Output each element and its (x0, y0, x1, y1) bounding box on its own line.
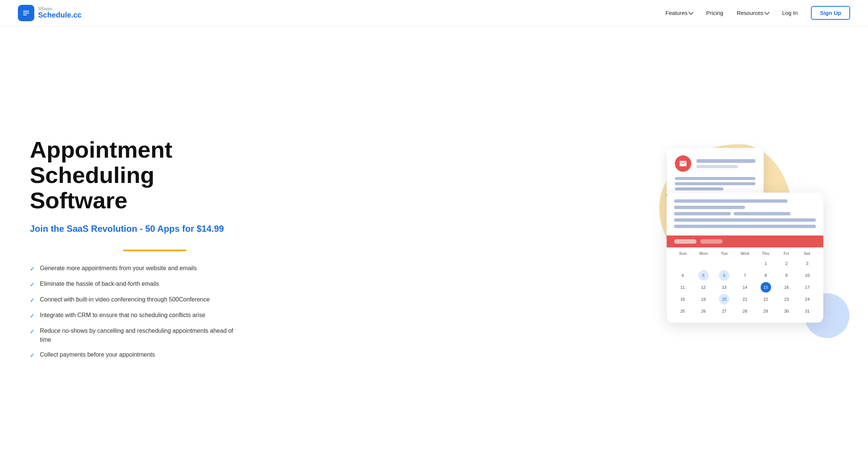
logo-name-label: Schedule.cc (38, 11, 82, 19)
calendar-top-lines (667, 193, 823, 236)
calendar-day: 7 (740, 270, 750, 281)
calendar-day: 29 (761, 306, 771, 316)
svg-rect-1 (23, 11, 29, 12)
list-item: ✓ Collect payments before your appointme… (30, 350, 246, 360)
calendar-day: 11 (677, 282, 688, 293)
calendar-day: 6 (719, 270, 729, 281)
calendar-day: 15 (761, 282, 771, 293)
calendar-day (740, 258, 750, 269)
logo-text: 500apps Schedule.cc (38, 7, 82, 19)
nav-pricing[interactable]: Pricing (706, 10, 723, 16)
cal-header-pill (700, 239, 723, 244)
nav-resources[interactable]: Resources (737, 10, 769, 16)
email-body-line (675, 187, 723, 190)
calendar-day: 26 (698, 306, 709, 316)
calendar-day (698, 258, 709, 269)
calendar-day: 28 (740, 306, 750, 316)
calendar-day (719, 258, 729, 269)
list-item: ✓ Connect with built-in video conferenci… (30, 295, 246, 305)
calendar-day: 20 (719, 294, 729, 304)
check-icon: ✓ (30, 312, 35, 320)
features-chevron-icon (688, 10, 694, 15)
check-icon: ✓ (30, 296, 35, 305)
email-icon (675, 155, 691, 172)
check-icon: ✓ (30, 265, 35, 274)
calendar-day: 24 (802, 294, 812, 304)
calendar-days-header: Sun Mon Tue Wed Thu Fri Sat (673, 247, 817, 258)
calendar-day: 27 (719, 306, 729, 316)
calendar-body: Sun Mon Tue Wed Thu Fri Sat 123456789101… (667, 247, 823, 323)
calendar-day: 14 (740, 282, 750, 293)
cal-line (734, 212, 790, 215)
resources-chevron-icon (764, 10, 770, 15)
email-body-line (675, 177, 755, 180)
list-item: ✓ Generate more appointments from your w… (30, 264, 246, 274)
calendar-day: 25 (677, 306, 688, 316)
nav-login[interactable]: Log In (782, 10, 798, 16)
check-icon: ✓ (30, 351, 35, 360)
calendar-day: 3 (802, 258, 812, 269)
logo-500apps-label: 500apps (38, 7, 82, 11)
calendar-day: 30 (781, 306, 792, 316)
subtitle-underline (123, 250, 186, 251)
email-body (675, 177, 755, 190)
cal-line (674, 225, 816, 228)
calendar-card: Sun Mon Tue Wed Thu Fri Sat 123456789101… (667, 193, 823, 323)
calendar-day: 16 (781, 282, 792, 293)
calendar-day: 13 (719, 282, 729, 293)
cal-line (674, 212, 731, 215)
email-text-lines (696, 159, 755, 168)
nav-signup[interactable]: Sign Up (811, 6, 850, 20)
cal-line-row (674, 225, 816, 228)
features-list: ✓ Generate more appointments from your w… (30, 264, 246, 360)
list-item: ✓ Reduce no-shows by cancelling and resc… (30, 326, 246, 344)
calendar-day: 4 (677, 270, 688, 281)
nav-links: Features Pricing Resources Log In Sign U… (666, 6, 850, 20)
email-body-line (675, 182, 755, 185)
email-line (696, 165, 738, 168)
nav-features[interactable]: Features (666, 10, 693, 16)
calendar-day: 31 (802, 306, 812, 316)
calendar-day: 1 (761, 258, 771, 269)
cal-line-row (674, 212, 816, 215)
navbar: 500apps Schedule.cc Features Pricing Res… (0, 0, 868, 26)
email-card-header (675, 155, 755, 172)
check-icon: ✓ (30, 327, 35, 336)
calendar-header-bar (667, 236, 823, 247)
cal-line (674, 218, 816, 222)
hero-illustration: Sun Mon Tue Wed Thu Fri Sat 123456789101… (246, 137, 838, 360)
cal-header-pill (674, 239, 696, 244)
calendar-day: 10 (802, 270, 812, 281)
calendar-day: 22 (761, 294, 771, 304)
calendar-grid: 1234567891011121314151617161920212223242… (673, 258, 817, 317)
svg-rect-2 (23, 13, 29, 13)
calendar-day: 8 (761, 270, 771, 281)
calendar-day: 21 (740, 294, 750, 304)
hero-section: Appointment Scheduling Software Join the… (0, 26, 868, 471)
calendar-day: 2 (781, 258, 792, 269)
calendar-day: 19 (698, 294, 709, 304)
cal-line (674, 206, 745, 209)
hero-subtitle: Join the SaaS Revolution - 50 Apps for $… (30, 224, 224, 234)
cal-line (674, 199, 787, 203)
calendar-day: 12 (698, 282, 709, 293)
calendar-day: 23 (781, 294, 792, 304)
cal-line-row (674, 218, 816, 222)
calendar-day: 16 (677, 294, 688, 304)
logo[interactable]: 500apps Schedule.cc (18, 5, 82, 21)
email-line (696, 159, 755, 163)
calendar-day: 5 (698, 270, 709, 281)
hero-title: Appointment Scheduling Software (30, 137, 246, 214)
list-item: ✓ Integrate with CRM to ensure that no s… (30, 311, 246, 320)
calendar-day (677, 258, 688, 269)
calendar-day: 17 (802, 282, 812, 293)
check-icon: ✓ (30, 280, 35, 289)
calendar-day: 9 (781, 270, 792, 281)
hero-left: Appointment Scheduling Software Join the… (30, 137, 246, 360)
email-card (667, 148, 764, 198)
svg-rect-3 (23, 15, 27, 15)
list-item: ✓ Eliminate the hassle of back-and-forth… (30, 279, 246, 289)
logo-icon (18, 5, 34, 21)
